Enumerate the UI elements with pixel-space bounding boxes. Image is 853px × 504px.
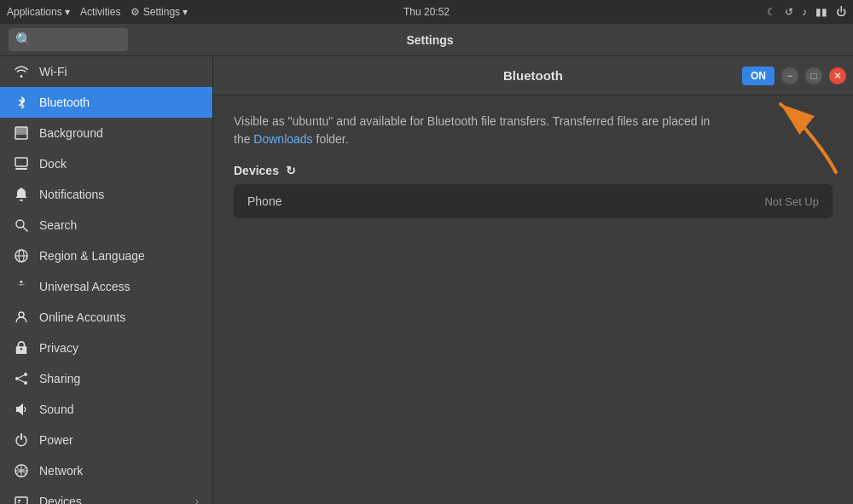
sidebar-label-network: Network [39,464,83,478]
topbar-clock: Thu 20:52 [403,6,450,18]
svg-line-15 [19,379,24,382]
sidebar-item-region[interactable]: Region & Language [0,240,212,271]
sidebar-label-dock: Dock [39,157,67,171]
content-title: Bluetooth [503,68,563,83]
applications-menu[interactable]: Applications ▾ [7,6,70,18]
bluetooth-toggle-button[interactable]: ON [742,67,775,85]
device-name: Phone [247,194,281,208]
online-accounts-icon [14,310,29,325]
sidebar-label-bluetooth: Bluetooth [39,96,90,109]
bluetooth-description: Visible as "ubuntu" and available for Bl… [234,113,728,148]
search-box[interactable]: 🔍 [9,28,128,51]
privacy-icon [14,340,29,356]
sidebar-item-wifi[interactable]: Wi-Fi [0,56,212,87]
sidebar-label-sound: Sound [39,403,73,416]
region-icon [14,248,29,264]
sidebar-label-background: Background [39,126,103,140]
devices-header-label: Devices [234,164,279,177]
activities-button[interactable]: Activities [80,6,120,18]
topbar: Applications ▾ Activities ⚙ Settings ▾ T… [0,0,853,24]
svg-line-5 [23,227,27,231]
settings-window: 🔍 Settings Wi-Fi [0,24,853,504]
svg-point-11 [24,373,27,376]
devices-section: Devices ↻ Phone Not Set Up [234,164,833,218]
svg-point-13 [24,381,27,385]
device-row[interactable]: Phone Not Set Up [234,184,833,218]
sidebar-label-devices: Devices [39,495,82,504]
power-sidebar-icon [14,432,29,448]
minimize-button[interactable]: − [781,67,798,84]
bluetooth-icon [14,95,29,110]
sidebar-item-devices[interactable]: Devices › [0,486,212,504]
sidebar-label-privacy: Privacy [39,341,78,355]
power-icon: ⏻ [836,6,846,18]
titlebar-controls: ON − □ ✕ [742,67,846,85]
svg-rect-21 [18,502,20,503]
window-titlebar: 🔍 Settings [0,24,853,56]
main-body: Visible as "ubuntu" and available for Bl… [213,96,853,504]
sharing-icon [14,371,29,386]
devices-header: Devices ↻ [234,164,833,177]
sidebar-item-universal-access[interactable]: Universal Access [0,271,212,302]
main-content: Bluetooth ON − □ ✕ Visible as "ubuntu" a… [213,56,853,504]
sidebar-label-search: Search [39,218,77,232]
sidebar-label-notifications: Notifications [39,188,104,201]
svg-rect-20 [18,500,20,501]
battery-icon: ▮▮ [815,6,827,18]
devices-list: Phone Not Set Up [234,184,833,218]
background-icon [14,125,29,141]
dock-icon [14,156,29,171]
universal-access-icon [14,279,29,294]
sidebar: Wi-Fi Bluetooth Backg [0,56,213,504]
sidebar-item-sharing[interactable]: Sharing [0,363,212,394]
topbar-right: ☾ ↺ ♪ ▮▮ ⏻ [767,6,846,18]
sidebar-item-notifications[interactable]: Notifications [0,179,212,210]
sidebar-label-region: Region & Language [39,249,145,263]
svg-point-12 [15,377,19,380]
sidebar-label-power: Power [39,433,73,447]
sound-icon [14,402,29,417]
sidebar-item-bluetooth[interactable]: Bluetooth [0,87,212,118]
svg-point-10 [19,312,24,317]
svg-rect-19 [15,497,27,504]
loading-spinner-icon: ↻ [286,164,296,177]
description-suffix: folder. [316,132,349,146]
search-input[interactable] [38,33,121,46]
wifi-icon [14,64,29,79]
sidebar-item-power[interactable]: Power [0,425,212,455]
downloads-link[interactable]: Downloads [253,132,312,146]
svg-point-9 [20,281,23,283]
sidebar-label-online-accounts: Online Accounts [39,310,125,324]
notifications-icon [14,187,29,202]
sidebar-label-sharing: Sharing [39,372,80,385]
devices-arrow-icon: › [195,495,199,504]
sidebar-item-search[interactable]: Search [0,210,212,240]
svg-rect-1 [15,127,27,135]
svg-rect-2 [15,158,27,166]
content-area: Wi-Fi Bluetooth Backg [0,56,853,504]
search-sidebar-icon [14,217,29,233]
sidebar-item-background[interactable]: Background [0,118,212,148]
device-status: Not Set Up [764,195,819,208]
svg-rect-3 [15,168,27,170]
refresh-icon: ↺ [785,6,793,18]
sidebar-item-network[interactable]: Network [0,455,212,486]
devices-icon [14,494,29,504]
topbar-left: Applications ▾ Activities ⚙ Settings ▾ [7,6,188,18]
search-icon: 🔍 [15,32,32,48]
maximize-button[interactable]: □ [805,67,822,84]
content-titlebar: Bluetooth ON − □ ✕ [213,56,853,96]
sidebar-item-sound[interactable]: Sound [0,394,212,425]
sidebar-item-online-accounts[interactable]: Online Accounts [0,302,212,333]
sidebar-label-wifi: Wi-Fi [39,65,67,78]
sidebar-item-privacy[interactable]: Privacy [0,333,212,363]
sidebar-label-universal-access: Universal Access [39,280,131,293]
network-icon [14,463,29,478]
volume-icon: ♪ [802,6,807,18]
svg-line-14 [19,375,24,378]
moon-icon: ☾ [767,6,776,18]
settings-menu[interactable]: ⚙ Settings ▾ [131,6,188,18]
sidebar-item-dock[interactable]: Dock [0,148,212,179]
sidebar-title: Settings [135,33,725,47]
close-button[interactable]: ✕ [829,67,846,84]
